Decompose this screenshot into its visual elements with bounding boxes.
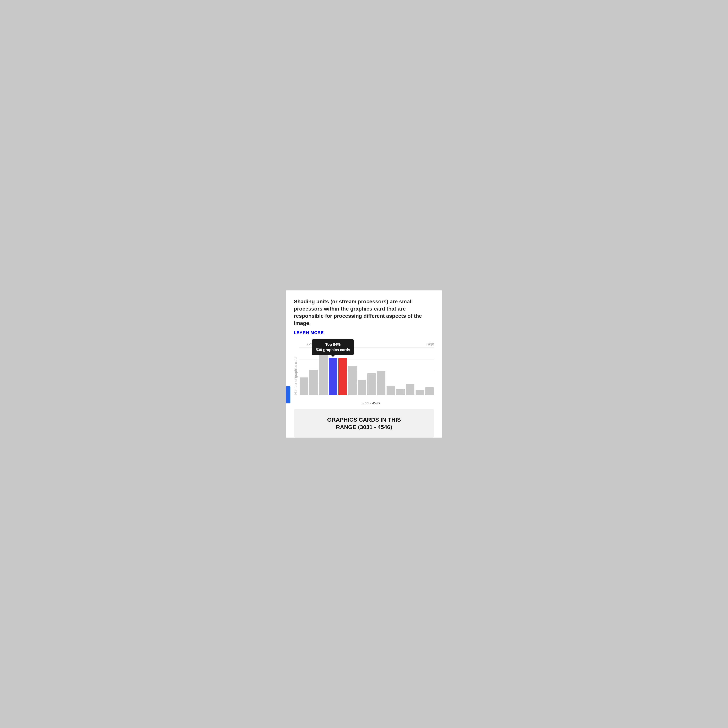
chart-inner: Number of graphics card Top 84%530 graph… xyxy=(294,347,434,401)
bottom-card-title: GRAPHICS CARDS IN THIS RANGE (3031 - 454… xyxy=(298,416,430,431)
bar-3: Top 84%530 graphics cards xyxy=(329,358,337,395)
main-panel: Shading units (or stream processors) are… xyxy=(286,291,442,437)
description-text: Shading units (or stream processors) are… xyxy=(294,298,434,327)
left-accent xyxy=(286,386,291,404)
tooltip-line2: 530 graphics cards xyxy=(316,348,350,352)
bar-2 xyxy=(319,353,327,395)
bar-8 xyxy=(377,371,385,395)
bar-11 xyxy=(406,384,414,395)
tooltip: Top 84%530 graphics cards xyxy=(312,339,354,355)
bars-container: Top 84%530 graphics cards xyxy=(299,347,434,395)
x-range-label: 3031 - 4546 xyxy=(361,401,380,405)
y-axis-label: Number of graphics card xyxy=(294,351,298,401)
bar-6 xyxy=(358,380,366,395)
bar-10 xyxy=(396,389,405,395)
bottom-card-line2: RANGE (3031 - 4546) xyxy=(336,424,392,430)
bar-7 xyxy=(367,373,376,395)
learn-more-link[interactable]: LEARN MORE xyxy=(294,330,324,335)
bar-13 xyxy=(425,387,434,395)
bottom-card: GRAPHICS CARDS IN THIS RANGE (3031 - 454… xyxy=(294,409,434,437)
chart-plot: Top 84%530 graphics cards xyxy=(299,347,434,401)
bar-9 xyxy=(387,386,395,395)
bottom-card-line1: GRAPHICS CARDS IN THIS xyxy=(327,416,401,423)
high-label: High xyxy=(427,342,434,346)
bar-4 xyxy=(338,358,347,395)
chart-area: Low High Number of graphics card Top 84%… xyxy=(294,342,434,405)
bar-0 xyxy=(300,378,308,395)
axis-labels: Low High xyxy=(294,342,434,346)
bar-1 xyxy=(309,370,318,395)
low-label: Low xyxy=(307,342,314,346)
bar-12 xyxy=(416,390,424,395)
bar-5 xyxy=(348,366,356,395)
